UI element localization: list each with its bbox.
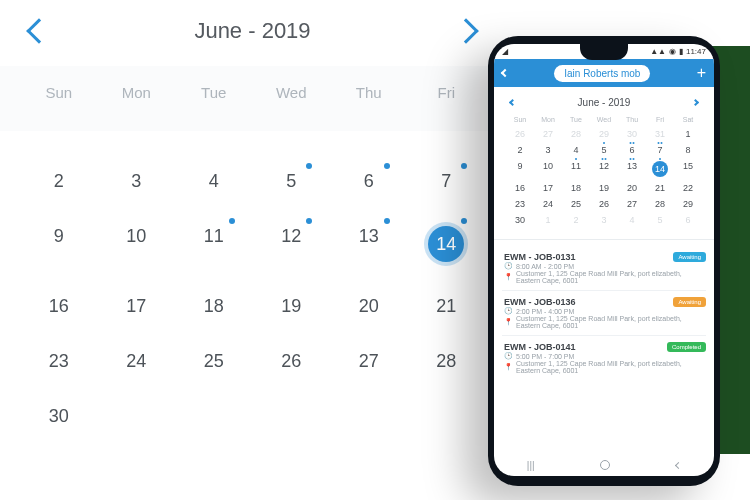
calendar-day[interactable]: 28 (408, 351, 486, 372)
prev-month-button[interactable] (26, 18, 51, 43)
phone-calendar-day[interactable]: 22 (674, 183, 702, 193)
calendar-day[interactable]: 2 (20, 171, 98, 192)
calendar-day[interactable]: 5 (253, 171, 331, 192)
phone-calendar-day[interactable]: 31 (646, 129, 674, 139)
phone-calendar-day[interactable]: 15 (674, 161, 702, 177)
calendar-day[interactable]: 7 (408, 171, 486, 192)
phone-dow-label: Wed (590, 116, 618, 123)
job-time: 🕒 8:00 AM - 2:00 PM (504, 262, 704, 270)
phone-calendar-day[interactable]: 13 (618, 161, 646, 177)
signal-icon: ▲▲ (650, 47, 666, 56)
phone-calendar-day[interactable]: 3 (590, 215, 618, 225)
phone-calendar-day[interactable]: 29 (590, 129, 618, 139)
back-button[interactable] (501, 69, 509, 77)
phone-dow-label: Thu (618, 116, 646, 123)
phone-calendar-day[interactable]: 21 (646, 183, 674, 193)
calendar-day[interactable]: 4 (175, 171, 253, 192)
recents-icon[interactable]: ||| (527, 460, 535, 471)
phone-calendar-day[interactable]: 7 (646, 145, 674, 155)
dow-label: Mon (98, 84, 176, 101)
add-button[interactable]: + (697, 64, 706, 82)
phone-calendar-day[interactable]: 14 (646, 161, 674, 177)
phone-calendar-day[interactable]: 26 (506, 129, 534, 139)
phone-calendar-day[interactable]: 20 (618, 183, 646, 193)
phone-calendar-day[interactable]: 5 (590, 145, 618, 155)
phone-nav-bar: ||| (494, 454, 714, 476)
phone-calendar-day[interactable]: 5 (646, 215, 674, 225)
jobs-list: EWM - JOB-0131Awaiting🕒 8:00 AM - 2:00 P… (494, 246, 714, 386)
phone-calendar-day[interactable]: 28 (646, 199, 674, 209)
phone-calendar-day[interactable]: 11 (562, 161, 590, 177)
clock-icon: 🕒 (504, 352, 513, 360)
back-nav-icon[interactable] (675, 461, 682, 468)
job-address: 📍 Customer 1, 125 Cape Road Mill Park, p… (504, 270, 704, 284)
calendar-day[interactable]: 18 (175, 296, 253, 317)
calendar-day[interactable]: 3 (98, 171, 176, 192)
calendar-header: June - 2019 (0, 0, 505, 66)
calendar-day[interactable]: 19 (253, 296, 331, 317)
phone-calendar-day[interactable]: 26 (590, 199, 618, 209)
calendar-day[interactable]: 16 (20, 296, 98, 317)
phone-calendar-day[interactable]: 16 (506, 183, 534, 193)
calendar-day[interactable]: 11 (175, 226, 253, 262)
calendar-day[interactable]: 25 (175, 351, 253, 372)
dow-label: Thu (330, 84, 408, 101)
job-time: 🕒 5:00 PM - 7:00 PM (504, 352, 704, 360)
calendar-day[interactable]: 30 (20, 406, 98, 427)
phone-dow-label: Fri (646, 116, 674, 123)
phone-calendar-day[interactable]: 24 (534, 199, 562, 209)
calendar-day[interactable]: 24 (98, 351, 176, 372)
phone-calendar-day[interactable]: 2 (506, 145, 534, 155)
job-card[interactable]: EWM - JOB-0141Completed🕒 5:00 PM - 7:00 … (502, 335, 706, 380)
phone-calendar-day[interactable]: 9 (506, 161, 534, 177)
calendar-day[interactable]: 26 (253, 351, 331, 372)
phone-dow-label: Sun (506, 116, 534, 123)
user-pill[interactable]: Iain Roberts mob (554, 65, 650, 82)
calendar-day[interactable]: 17 (98, 296, 176, 317)
phone-calendar-day[interactable]: 30 (506, 215, 534, 225)
phone-calendar-day[interactable]: 3 (534, 145, 562, 155)
calendar-day[interactable]: 14 (408, 226, 486, 262)
calendar-day[interactable]: 13 (330, 226, 408, 262)
phone-calendar-day[interactable]: 27 (534, 129, 562, 139)
job-card[interactable]: EWM - JOB-0131Awaiting🕒 8:00 AM - 2:00 P… (502, 246, 706, 290)
calendar-day[interactable]: 23 (20, 351, 98, 372)
divider (494, 239, 714, 240)
day-of-week-row: SunMonTueWedThuFri (0, 66, 505, 131)
phone-prev-month[interactable] (509, 99, 516, 106)
phone-calendar-day[interactable]: 10 (534, 161, 562, 177)
phone-calendar-day[interactable]: 29 (674, 199, 702, 209)
phone-calendar-day[interactable]: 6 (674, 215, 702, 225)
phone-calendar-day[interactable]: 6 (618, 145, 646, 155)
job-time: 🕒 2:00 PM - 4:00 PM (504, 307, 704, 315)
calendar-day[interactable]: 12 (253, 226, 331, 262)
home-icon[interactable] (600, 460, 610, 470)
phone-dow-label: Mon (534, 116, 562, 123)
phone-calendar-day[interactable]: 18 (562, 183, 590, 193)
next-month-button[interactable] (453, 18, 478, 43)
phone-calendar-day[interactable]: 1 (674, 129, 702, 139)
phone-calendar-day[interactable]: 8 (674, 145, 702, 155)
job-card[interactable]: EWM - JOB-0136Awaiting🕒 2:00 PM - 4:00 P… (502, 290, 706, 335)
phone-calendar-day[interactable]: 12 (590, 161, 618, 177)
calendar-day[interactable]: 6 (330, 171, 408, 192)
dow-label: Tue (175, 84, 253, 101)
phone-calendar: June - 2019 SunMonTueWedThuFriSat 262728… (494, 87, 714, 233)
phone-calendar-day[interactable]: 4 (562, 145, 590, 155)
phone-calendar-day[interactable]: 17 (534, 183, 562, 193)
phone-calendar-day[interactable]: 4 (618, 215, 646, 225)
phone-calendar-day[interactable]: 1 (534, 215, 562, 225)
phone-calendar-day[interactable]: 23 (506, 199, 534, 209)
calendar-day[interactable]: 10 (98, 226, 176, 262)
phone-calendar-day[interactable]: 27 (618, 199, 646, 209)
phone-next-month[interactable] (692, 99, 699, 106)
calendar-day[interactable]: 27 (330, 351, 408, 372)
calendar-day[interactable]: 21 (408, 296, 486, 317)
phone-calendar-day[interactable]: 19 (590, 183, 618, 193)
phone-calendar-day[interactable]: 2 (562, 215, 590, 225)
calendar-day[interactable]: 9 (20, 226, 98, 262)
phone-calendar-day[interactable]: 28 (562, 129, 590, 139)
phone-calendar-day[interactable]: 25 (562, 199, 590, 209)
calendar-day[interactable]: 20 (330, 296, 408, 317)
phone-calendar-day[interactable]: 30 (618, 129, 646, 139)
